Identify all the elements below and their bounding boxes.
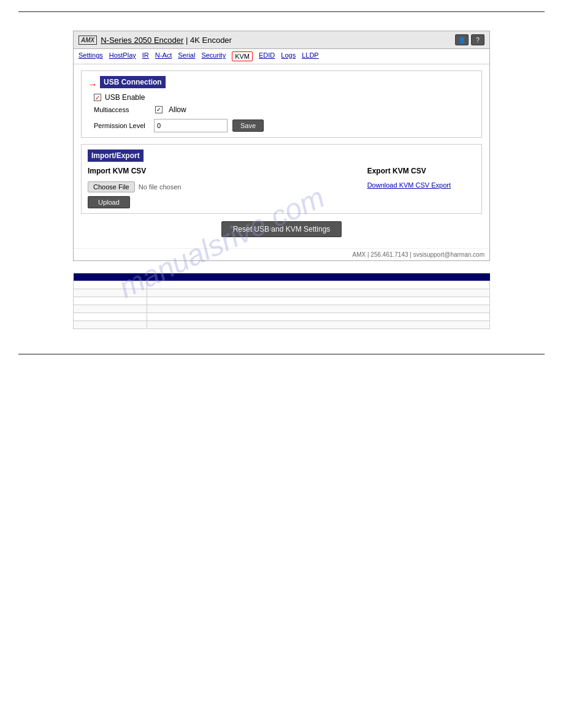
usb-enable-row: ✓ USB Enable — [94, 93, 475, 102]
table-row — [74, 297, 490, 305]
arrow-indicator: → — [88, 79, 98, 90]
nav-edid[interactable]: EDID — [259, 51, 275, 61]
table-cell-label — [74, 321, 147, 329]
nav-serial[interactable]: Serial — [178, 51, 195, 61]
table-row — [74, 313, 490, 321]
panel-footer: AMX | 256.461.7143 | svsisupport@harman.… — [74, 248, 489, 260]
table-cell-label — [74, 313, 147, 321]
import-export-header: Import/Export — [88, 150, 144, 162]
nav-nact[interactable]: N-Act — [155, 51, 172, 61]
allow-checkbox[interactable]: ✓ — [155, 106, 163, 113]
file-input-row: Choose File No file chosen — [88, 181, 181, 192]
permission-level-label: Permission Level — [94, 122, 149, 129]
table-cell-content — [147, 281, 490, 289]
table-header — [74, 273, 490, 281]
nav-hostplay[interactable]: HostPlay — [109, 51, 136, 61]
amx-logo: AMX — [79, 36, 97, 45]
table-cell-content — [147, 297, 490, 305]
nav-ir[interactable]: IR — [142, 51, 149, 61]
title-bar-left: AMX N-Series 2050 Encoder | 4K Encoder — [79, 36, 232, 45]
title-bar: AMX N-Series 2050 Encoder | 4K Encoder 👤… — [74, 31, 489, 49]
import-export-section: Import/Export Import KVM CSV Choose File… — [81, 144, 482, 214]
reset-button[interactable]: Reset USB and KVM Settings — [221, 221, 342, 237]
save-button[interactable]: Save — [232, 119, 264, 132]
download-link[interactable]: Download KVM CSV Export — [367, 181, 451, 189]
table-cell-label — [74, 297, 147, 305]
import-title: Import KVM CSV — [88, 167, 146, 175]
title-text: N-Series 2050 Encoder | 4K Encoder — [101, 36, 232, 45]
nav-lldp[interactable]: LLDP — [302, 51, 319, 61]
table-cell-content — [147, 289, 490, 297]
title-link1[interactable]: N-Series 2050 Encoder — [101, 36, 183, 45]
no-file-text: No file chosen — [139, 183, 182, 191]
bottom-rule — [18, 354, 545, 355]
usb-connection-section: → USB Connection ✓ USB Enable Multiacces… — [81, 70, 482, 138]
usb-header-row: → USB Connection — [88, 76, 475, 93]
footer-text: AMX | 256.461.7143 | svsisupport@harman.… — [353, 251, 484, 258]
choose-file-button[interactable]: Choose File — [88, 181, 135, 192]
nav-logs[interactable]: Logs — [281, 51, 296, 61]
main-content: AMX N-Series 2050 Encoder | 4K Encoder 👤… — [0, 12, 563, 341]
multiaccess-label: Multiaccess — [94, 106, 149, 113]
data-table — [73, 273, 490, 329]
nav-kvm[interactable]: KVM — [232, 51, 253, 61]
reset-row: Reset USB and KVM Settings — [81, 221, 482, 237]
table-row — [74, 281, 490, 289]
import-col: Import KVM CSV Choose File No file chose… — [88, 167, 181, 208]
usb-enable-checkbox[interactable]: ✓ — [94, 94, 101, 101]
user-button[interactable]: 👤 — [455, 34, 469, 45]
table-cell-content — [147, 305, 490, 313]
export-title: Export KVM CSV — [367, 167, 426, 175]
multiaccess-row: Multiaccess ✓ Allow — [94, 105, 475, 114]
help-button[interactable]: ? — [471, 34, 484, 45]
title-link2[interactable]: 4K Encoder — [190, 36, 232, 45]
table-cell-label — [74, 305, 147, 313]
title-bar-right: 👤 ? — [455, 34, 484, 45]
table-row — [74, 305, 490, 313]
table-cell-label — [74, 281, 147, 289]
table-section — [25, 273, 538, 329]
usb-enable-label: USB Enable — [105, 93, 145, 102]
usb-section-header: USB Connection — [100, 76, 166, 88]
table-cell-label — [74, 289, 147, 297]
upload-button[interactable]: Upload — [88, 196, 130, 208]
table-cell-content — [147, 313, 490, 321]
export-col: Export KVM CSV Download KVM CSV Export — [367, 167, 451, 189]
page-wrapper: manualsrive.com AMX N-Series 2050 Encode… — [0, 11, 563, 728]
import-export-cols: Import KVM CSV Choose File No file chose… — [88, 167, 475, 208]
browser-panel: AMX N-Series 2050 Encoder | 4K Encoder 👤… — [73, 31, 490, 261]
nav-security[interactable]: Security — [201, 51, 226, 61]
nav-bar: Settings HostPlay IR N-Act Serial Securi… — [74, 49, 489, 64]
table-row — [74, 321, 490, 329]
panel-content: → USB Connection ✓ USB Enable Multiacces… — [74, 64, 489, 248]
title-separator: | — [186, 36, 190, 45]
nav-settings[interactable]: Settings — [79, 51, 103, 61]
permission-level-input[interactable] — [154, 119, 228, 132]
table-cell-content — [147, 321, 490, 329]
table-row — [74, 289, 490, 297]
permission-level-row: Permission Level Save — [94, 119, 475, 132]
allow-label: Allow — [169, 105, 186, 114]
